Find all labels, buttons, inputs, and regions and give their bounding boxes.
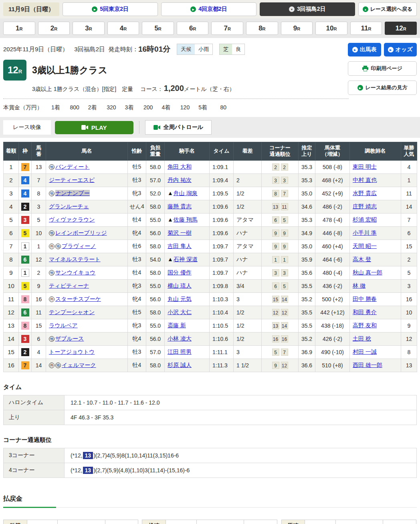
horse-link[interactable]: レインボーブリッジ [55,230,107,236]
jockey-link[interactable]: 江田 照男 [168,349,192,355]
corner-position: 14 [281,296,288,303]
jockey-link[interactable]: 菊沢 一樹 [168,230,192,236]
trainer-link[interactable]: 土田 稔 [353,335,371,342]
race-tab-6r[interactable]: 6R [177,22,209,35]
race-tab-2r[interactable]: 2R [38,22,70,35]
margin: 3/4 [234,279,262,292]
jockey-link[interactable]: 角田 大和 [168,163,192,170]
jockey-link[interactable]: 藤懸 貴志 [168,203,192,210]
print-page-button[interactable]: 印刷用ページ [348,61,417,76]
finish-position: 13 [4,319,19,332]
horse-link[interactable]: バンディート [55,163,90,170]
horse-link[interactable]: ラウルベア [49,322,78,329]
horse-number: 5 [32,213,46,226]
trainer-cell: 村田 一誠 [350,345,401,359]
results-column-header: 推定 上り [299,142,315,161]
venue-tab-1[interactable]: ▶4回京都2日 [161,2,256,16]
patrol-video-button[interactable]: 全周パトロール [145,120,212,135]
horse-link[interactable]: トーアジョウトウ [49,349,95,355]
race-tab-11r[interactable]: 11R [350,22,382,35]
trainer-link[interactable]: 村田 一誠 [353,349,377,355]
sex-age: 牝3 [128,187,146,200]
horse-link[interactable]: ティピティーナ [49,282,89,289]
finish-time: 1:09.6 [210,200,234,213]
horse-link[interactable]: イェルマーク [62,362,96,368]
prize-item: 4着120 [162,104,190,111]
course-distance: 1,200 [164,84,184,93]
play-button[interactable]: PLAY [55,121,133,134]
venue-tab-2[interactable]: ▼3回福島2日 [260,2,355,16]
trainer-link[interactable]: 杉浦 宏昭 [353,216,377,223]
horse-link[interactable]: ヴィヴァクラウン [49,216,95,223]
trainer-link[interactable]: 庄野 靖志 [353,203,377,210]
trainer-link[interactable]: 西田 雄一郎 [353,362,382,368]
jockey-link[interactable]: 丸山 元気 [168,296,192,302]
trainer-link[interactable]: 天間 昭一 [353,243,377,249]
trainer-link[interactable]: 高野 友和 [353,322,377,329]
jockey-link[interactable]: 斎藤 新 [168,322,186,329]
trainer-link[interactable]: 小手川 準 [353,230,377,236]
results-column-header: 負担 重量 [146,142,165,161]
mark-地-icon: 地 [55,244,61,249]
trainer-link[interactable]: 田中 勝春 [353,296,377,302]
waku-cell: 6 [19,253,32,266]
header-buttons: ▶ 出馬表 ▶ オッズ 印刷用ページ ▶ レース結果の見方 [348,43,417,95]
waku-cell: 2 [19,345,32,359]
trainer-link[interactable]: 秋山 真一郎 [353,269,382,276]
venue-tab-0[interactable]: ▶5回東京2日 [63,2,158,16]
jockey-link[interactable]: 佐藤 翔馬 [174,216,198,223]
trainer-link[interactable]: 和田 勇介 [353,309,377,315]
race-tab-1r[interactable]: 1R [3,22,35,35]
odds-button[interactable]: ▶ オッズ [384,43,417,56]
jockey-link[interactable]: 舟山 瑠泉 [174,190,198,196]
horse-link[interactable]: スターチスブーケ [55,296,101,302]
race-tab-7r[interactable]: 7R [211,22,243,35]
corner-table: 3コーナー(*12,13)(2,7)4(5,9)8(1,10,14)11(3,1… [3,448,417,478]
race-tab-3r[interactable]: 3R [73,22,105,35]
corner-position: 5 [272,349,279,356]
race-number-badge: 12R [3,60,26,81]
horse-link[interactable]: ザブルース [55,335,84,342]
trainer-link[interactable]: 東田 明士 [353,163,377,170]
race-tab-12r[interactable]: 12R [385,22,417,35]
jockey-link[interactable]: 杉原 誠人 [168,362,192,368]
trainer-link[interactable]: 高木 登 [353,256,371,262]
race-tab-8r[interactable]: 8R [246,22,278,35]
horse-link[interactable]: サンウイキョウ [55,269,95,276]
horse-link[interactable]: ナンナンブー [55,190,90,196]
finish-position: 5 [4,213,19,226]
waku-cell: 1 [19,266,32,279]
chevron-right-icon: ▶ [388,47,394,52]
horse-link[interactable]: テンプーシャオン [49,309,95,315]
trainer-link[interactable]: 林 徹 [353,282,365,289]
result-guide-button[interactable]: ▶ レース結果の見方 [348,81,417,95]
trainer-cell: 田中 勝春 [350,292,401,306]
jockey-link[interactable]: 吉田 隼人 [168,243,192,249]
sex-age: 牝3 [128,319,146,332]
table-row: 1524トーアジョウトウ牡357.0江田 照男1:11.135736.9490 … [4,345,417,359]
horse-link[interactable]: マイネルステラート [49,256,101,262]
back-to-race-select-button[interactable]: ▲ レース選択へ戻る [358,2,417,16]
waku-cell: 6 [19,306,32,319]
trainer-cell: 杉浦 宏昭 [350,213,401,226]
horse-link[interactable]: ブラヴィーノ [62,243,96,249]
race-tab-5r[interactable]: 5R [142,22,174,35]
jockey-link[interactable]: 小沢 大仁 [168,309,192,315]
trainer-link[interactable]: 水野 貴広 [353,190,377,196]
results-column-header: 調教師名 [350,142,401,161]
horse-weight: 510 (+8) [315,359,350,372]
trainer-link[interactable]: 中村 直也 [353,177,377,183]
horse-name-cell: ラウルベア [46,319,128,332]
time-row-label: 上り [4,410,65,425]
horse-link[interactable]: ジーティーエスピ [49,177,95,183]
race-tab-10r[interactable]: 10R [315,22,347,35]
race-tab-9r[interactable]: 9R [281,22,313,35]
jockey-link[interactable]: 小林 凌大 [168,335,192,342]
jockey-link[interactable]: 横山 琉人 [168,282,192,289]
jockey-link[interactable]: 国分 優作 [168,269,192,276]
horse-link[interactable]: グランルーチェ [49,203,89,210]
race-tab-4r[interactable]: 4R [107,22,139,35]
jockey-link[interactable]: 石神 深道 [174,256,198,262]
jockey-link[interactable]: 丹内 祐次 [168,177,192,183]
shutsuba-button[interactable]: ▶ 出馬表 [348,43,381,56]
